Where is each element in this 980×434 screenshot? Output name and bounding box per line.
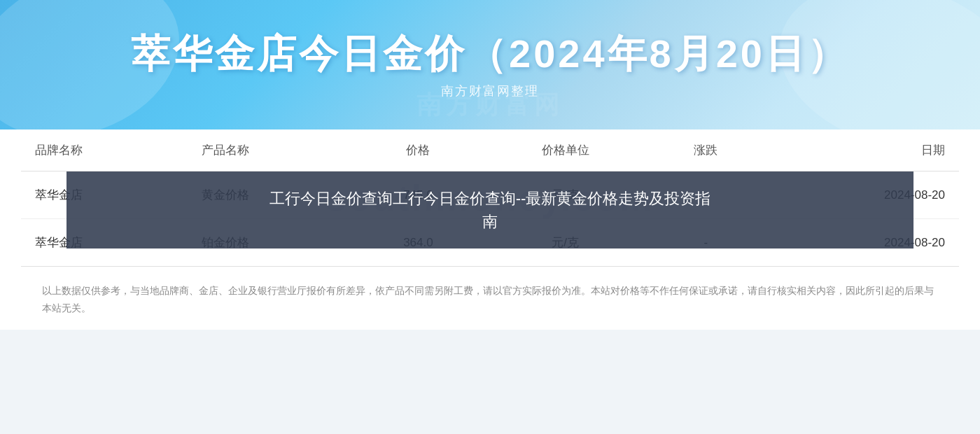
tooltip-overlay: 工行今日金价查询工行今日金价查询--最新黄金价格走势及投资指 南 bbox=[66, 172, 913, 248]
table-header-row: 品牌名称 产品名称 价格 价格单位 涨跌 日期 bbox=[21, 130, 959, 172]
col-change: 涨跌 bbox=[649, 130, 763, 172]
col-price: 价格 bbox=[354, 130, 482, 172]
col-product: 产品名称 bbox=[188, 130, 354, 172]
footer-text: 以上数据仅供参考，与当地品牌商、金店、企业及银行营业厅报价有所差异，依产品不同需… bbox=[42, 282, 938, 317]
col-unit: 价格单位 bbox=[482, 130, 648, 172]
tooltip-line2: 南 bbox=[88, 210, 892, 233]
page-subtitle: 南方财富网整理 bbox=[441, 83, 539, 99]
page-title: 萃华金店今日金价（2024年8月20日） bbox=[131, 30, 849, 77]
col-date: 日期 bbox=[763, 130, 959, 172]
footer: 以上数据仅供参考，与当地品牌商、金店、企业及银行营业厅报价有所差异，依产品不同需… bbox=[0, 267, 980, 330]
tooltip-line1: 工行今日金价查询工行今日金价查询--最新黄金价格走势及投资指 bbox=[88, 187, 892, 210]
col-brand: 品牌名称 bbox=[21, 130, 188, 172]
page-header: 萃华金店今日金价（2024年8月20日） 南方财富网整理 南方财富网 bbox=[0, 0, 980, 130]
table-section: 品牌名称 产品名称 价格 价格单位 涨跌 日期 萃华金店 黄金价格 745.0 … bbox=[0, 130, 980, 267]
